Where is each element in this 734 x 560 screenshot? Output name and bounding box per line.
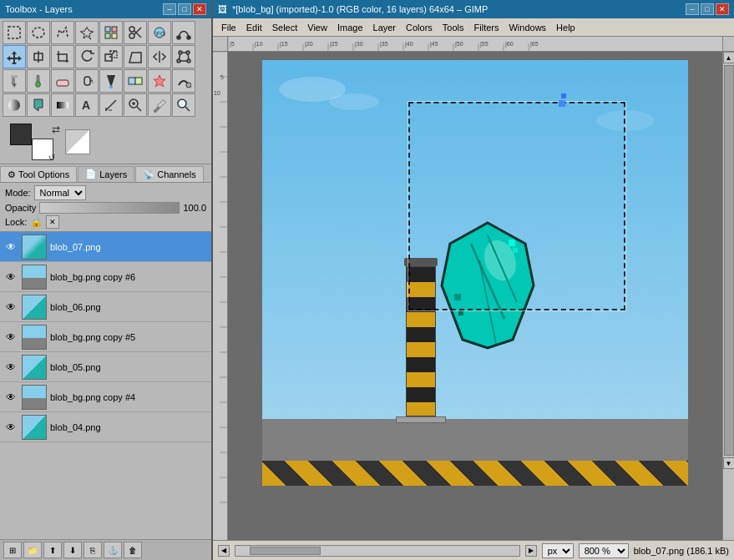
toolbox-minimize-btn[interactable]: –: [163, 3, 176, 15]
zoom-select[interactable]: 800 %: [579, 543, 629, 558]
layer-visibility-toggle[interactable]: 👁: [3, 300, 18, 315]
free-select-tool[interactable]: [51, 21, 74, 44]
delete-layer-btn[interactable]: 🗑: [124, 542, 142, 558]
layer-item[interactable]: 👁 blob_bg.png copy #4: [0, 382, 211, 412]
align-tool[interactable]: [27, 45, 50, 68]
cage-tool[interactable]: [172, 45, 195, 68]
airbrush-tool[interactable]: [75, 69, 99, 93]
v-scroll-thumb[interactable]: [724, 65, 734, 456]
menu-help[interactable]: Help: [551, 21, 580, 34]
h-scroll-thumb[interactable]: [250, 547, 321, 555]
layer-visibility-toggle[interactable]: 👁: [3, 240, 18, 255]
svg-text:|40: |40: [405, 41, 413, 48]
scissors-tool[interactable]: [124, 21, 147, 44]
canvas-viewport[interactable]: [228, 52, 722, 540]
menu-image[interactable]: Image: [332, 21, 368, 34]
layer-visibility-toggle[interactable]: 👁: [3, 360, 18, 375]
lock-position-icon[interactable]: ✕: [46, 215, 59, 229]
move-tool[interactable]: [3, 45, 26, 68]
svg-point-25: [177, 59, 180, 63]
smudge-tool[interactable]: [172, 69, 195, 93]
toolbox-close-btn[interactable]: ✕: [193, 3, 206, 15]
menu-edit[interactable]: Edit: [241, 21, 267, 34]
ellipse-select-tool[interactable]: [27, 21, 50, 44]
svg-marker-14: [7, 51, 22, 64]
fg-bg-color-widget[interactable]: ↺ ⇄: [10, 124, 53, 160]
layer-item[interactable]: 👁 blob_bg.png copy #5: [0, 322, 211, 352]
scale-tool[interactable]: [99, 45, 123, 68]
anchor-layer-btn[interactable]: ⚓: [104, 542, 122, 558]
layer-visibility-toggle[interactable]: 👁: [3, 270, 18, 285]
rotate-tool[interactable]: [75, 45, 99, 68]
rect-select-tool[interactable]: [3, 21, 26, 44]
zoom-tool[interactable]: [124, 93, 147, 117]
flip-tool[interactable]: [148, 45, 171, 68]
heal-tool[interactable]: [148, 69, 171, 93]
toolbox-title-bar: Toolbox - Layers – □ ✕: [0, 0, 211, 18]
layer-item[interactable]: 👁 blob_05.png: [0, 352, 211, 382]
eraser-tool[interactable]: [51, 69, 74, 93]
gimp-maximize-btn[interactable]: □: [701, 3, 714, 15]
mode-select[interactable]: Normal: [34, 185, 86, 200]
scroll-down-btn[interactable]: ▼: [723, 457, 735, 469]
menu-windows[interactable]: Windows: [504, 21, 551, 34]
crop-tool[interactable]: [51, 45, 74, 68]
lock-pixel-icon[interactable]: 🔒: [30, 216, 43, 228]
scroll-left-btn[interactable]: ◀: [218, 545, 230, 557]
mode-label: Mode:: [5, 188, 31, 198]
fuzzy-select-tool[interactable]: [75, 21, 99, 44]
vertical-scrollbar[interactable]: ▲ ▼: [722, 52, 734, 540]
measure-tool[interactable]: [99, 93, 123, 117]
fill-tool[interactable]: [27, 93, 50, 117]
opacity-slider[interactable]: [39, 202, 180, 214]
menu-tools[interactable]: Tools: [438, 21, 469, 34]
scroll-right-btn[interactable]: ▶: [525, 545, 537, 557]
pencil-tool[interactable]: [3, 69, 26, 93]
menu-filters[interactable]: Filters: [469, 21, 504, 34]
tab-tool-options[interactable]: ⚙ Tool Options: [0, 166, 77, 182]
fg-color-swatch[interactable]: [10, 124, 32, 145]
layer-item[interactable]: 👁 blob_06.png: [0, 292, 211, 322]
text-tool[interactable]: A: [75, 93, 99, 117]
layer-visibility-toggle[interactable]: 👁: [3, 420, 18, 435]
paths-tool[interactable]: [172, 21, 195, 44]
gimp-close-btn[interactable]: ✕: [716, 3, 729, 15]
gradient-tool[interactable]: [51, 93, 74, 117]
menu-view[interactable]: View: [302, 21, 332, 34]
toolbox-maximize-btn[interactable]: □: [178, 3, 191, 15]
raise-layer-btn[interactable]: ⬆: [43, 542, 62, 558]
fg-extract-tool[interactable]: FG: [148, 21, 171, 44]
lower-layer-btn[interactable]: ⬇: [63, 542, 82, 558]
magnify-tool[interactable]: [172, 93, 195, 117]
svg-rect-53: [157, 100, 165, 108]
layer-visibility-toggle[interactable]: 👁: [3, 390, 18, 405]
menu-file[interactable]: File: [216, 21, 241, 34]
pixel-art-canvas[interactable]: [262, 60, 688, 486]
unit-select[interactable]: px: [542, 543, 574, 558]
color-picker-tool[interactable]: [148, 93, 171, 117]
dodge-burn-tool[interactable]: [3, 93, 26, 117]
duplicate-layer-btn[interactable]: ⎘: [84, 542, 102, 558]
menu-colors[interactable]: Colors: [401, 21, 438, 34]
swap-colors-icon[interactable]: ⇄: [52, 124, 60, 135]
new-layer-from-visible-btn[interactable]: ⊞: [3, 542, 22, 558]
horizontal-scrollbar[interactable]: [235, 545, 520, 557]
tab-channels[interactable]: 📡 Channels: [135, 166, 203, 182]
gimp-minimize-btn[interactable]: –: [686, 3, 699, 15]
by-color-select-tool[interactable]: [99, 21, 123, 44]
svg-text:|30: |30: [355, 41, 363, 48]
layer-item[interactable]: 👁 blob_04.png: [0, 412, 211, 442]
reset-colors-icon[interactable]: ↺: [48, 153, 55, 162]
paintbrush-tool[interactable]: [27, 69, 50, 93]
tab-layers[interactable]: 📄 Layers: [78, 166, 134, 182]
new-group-btn[interactable]: 📁: [23, 542, 42, 558]
menu-layer[interactable]: Layer: [368, 21, 402, 34]
layer-item[interactable]: 👁 blob_07.png: [0, 232, 211, 262]
menu-select[interactable]: Select: [267, 21, 303, 34]
perspective-tool[interactable]: [124, 45, 147, 68]
clone-tool[interactable]: [124, 69, 147, 93]
layer-item[interactable]: 👁 blob_bg.png copy #6: [0, 262, 211, 292]
layer-visibility-toggle[interactable]: 👁: [3, 330, 18, 345]
ink-tool[interactable]: [99, 69, 123, 93]
scroll-up-btn[interactable]: ▲: [723, 52, 735, 63]
